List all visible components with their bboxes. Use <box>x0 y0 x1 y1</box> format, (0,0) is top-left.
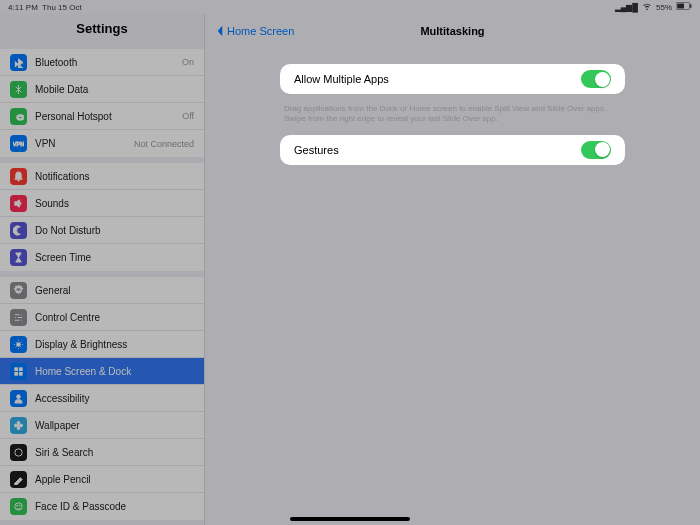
sidebar-item-general[interactable]: General <box>0 277 204 304</box>
sidebar-item-label: Screen Time <box>35 252 91 263</box>
cell-signal-icon: ▂▄▆█ <box>615 3 638 12</box>
bell-icon <box>10 168 27 185</box>
status-date: Thu 15 Oct <box>42 3 82 12</box>
sidebar-item-accessibility[interactable]: Accessibility <box>0 385 204 412</box>
allow-multiple-apps-card: Allow Multiple Apps <box>280 64 625 94</box>
sidebar-item-wallpaper[interactable]: Wallpaper <box>0 412 204 439</box>
sidebar-item-label: VPN <box>35 138 56 149</box>
sidebar-item-vpn[interactable]: VPNVPNNot Connected <box>0 130 204 157</box>
svg-point-12 <box>17 426 20 429</box>
allow-multiple-apps-label: Allow Multiple Apps <box>294 73 389 85</box>
gestures-card: Gestures <box>280 135 625 165</box>
sidebar-item-apple-pencil[interactable]: Apple Pencil <box>0 466 204 493</box>
sidebar-item-bluetooth[interactable]: BluetoothOn <box>0 49 204 76</box>
sidebar-section: GeneralControl CentreDisplay & Brightnes… <box>0 277 204 520</box>
allow-multiple-apps-toggle[interactable] <box>581 70 611 88</box>
status-bar: 4:11 PM Thu 15 Oct ▂▄▆█ 55% <box>0 0 700 14</box>
page-title: Multitasking <box>420 25 484 37</box>
sidebar-item-label: Face ID & Passcode <box>35 501 126 512</box>
gestures-label: Gestures <box>294 144 339 156</box>
sidebar-item-label: Do Not Disturb <box>35 225 101 236</box>
sidebar-item-label: Home Screen & Dock <box>35 366 131 377</box>
sidebar-item-display-brightness[interactable]: Display & Brightness <box>0 331 204 358</box>
pencil-icon <box>10 471 27 488</box>
antenna-icon <box>10 81 27 98</box>
sidebar-item-mobile-data[interactable]: Mobile Data <box>0 76 204 103</box>
sidebar-item-value: Not Connected <box>134 139 194 149</box>
sidebar-item-home-screen-dock[interactable]: Home Screen & Dock <box>0 358 204 385</box>
vpn-icon: VPN <box>10 135 27 152</box>
svg-point-15 <box>15 448 22 455</box>
grid-icon <box>10 363 27 380</box>
sidebar-item-value: Off <box>182 111 194 121</box>
sidebar-item-label: Accessibility <box>35 393 89 404</box>
back-button[interactable]: Home Screen <box>215 25 294 37</box>
sidebar-item-screen-time[interactable]: Screen Time <box>0 244 204 271</box>
svg-rect-7 <box>15 372 18 375</box>
sidebar-item-personal-hotspot[interactable]: Personal HotspotOff <box>0 103 204 130</box>
svg-point-14 <box>20 424 23 427</box>
svg-point-9 <box>17 394 21 398</box>
person-icon <box>10 390 27 407</box>
sidebar-item-label: Control Centre <box>35 312 100 323</box>
detail-pane: Home Screen Multitasking Allow Multiple … <box>205 14 700 525</box>
svg-rect-5 <box>15 367 18 370</box>
sidebar-item-label: General <box>35 285 71 296</box>
allow-multiple-apps-help: Drag applications from the Dock or Home … <box>280 100 625 135</box>
face-icon <box>10 498 27 515</box>
flower-icon <box>10 417 27 434</box>
sidebar-item-sounds[interactable]: Sounds <box>0 190 204 217</box>
svg-point-17 <box>17 505 18 506</box>
svg-point-11 <box>17 421 20 424</box>
sidebar-item-label: Siri & Search <box>35 447 93 458</box>
sidebar-item-face-id-passcode[interactable]: Face ID & Passcode <box>0 493 204 520</box>
sidebar-item-label: Display & Brightness <box>35 339 127 350</box>
sidebar-item-label: Apple Pencil <box>35 474 91 485</box>
settings-sidebar[interactable]: Settings BluetoothOnMobile DataPersonal … <box>0 14 205 525</box>
moon-icon <box>10 222 27 239</box>
svg-rect-6 <box>19 367 22 370</box>
nav-bar: Home Screen Multitasking <box>205 14 700 48</box>
gear-icon <box>10 282 27 299</box>
hourglass-icon <box>10 249 27 266</box>
switches-icon <box>10 309 27 326</box>
sidebar-item-notifications[interactable]: Notifications <box>0 163 204 190</box>
battery-icon <box>676 2 692 12</box>
sidebar-item-siri-search[interactable]: Siri & Search <box>0 439 204 466</box>
sidebar-item-label: Mobile Data <box>35 84 88 95</box>
siri-icon <box>10 444 27 461</box>
sidebar-title: Settings <box>0 14 204 43</box>
svg-rect-2 <box>690 4 691 8</box>
sidebar-item-value: On <box>182 57 194 67</box>
svg-text:VPN: VPN <box>13 141 24 147</box>
back-label: Home Screen <box>227 25 294 37</box>
sidebar-item-do-not-disturb[interactable]: Do Not Disturb <box>0 217 204 244</box>
status-time: 4:11 PM <box>8 3 38 12</box>
sidebar-item-label: Sounds <box>35 198 69 209</box>
chevron-left-icon <box>215 25 225 37</box>
gestures-toggle[interactable] <box>581 141 611 159</box>
svg-rect-8 <box>19 372 22 375</box>
wifi-icon <box>642 1 652 13</box>
battery-pct: 55% <box>656 3 672 12</box>
svg-point-18 <box>19 505 20 506</box>
sidebar-section: BluetoothOnMobile DataPersonal HotspotOf… <box>0 49 204 157</box>
sidebar-section: NotificationsSoundsDo Not DisturbScreen … <box>0 163 204 271</box>
svg-point-13 <box>14 424 17 427</box>
bluetooth-icon <box>10 54 27 71</box>
home-indicator[interactable] <box>290 517 410 521</box>
sidebar-item-label: Bluetooth <box>35 57 77 68</box>
speaker-icon <box>10 195 27 212</box>
sun-icon <box>10 336 27 353</box>
svg-rect-1 <box>677 4 684 9</box>
sidebar-item-label: Wallpaper <box>35 420 80 431</box>
sidebar-item-control-centre[interactable]: Control Centre <box>0 304 204 331</box>
sidebar-item-label: Notifications <box>35 171 89 182</box>
link-icon <box>10 108 27 125</box>
sidebar-item-label: Personal Hotspot <box>35 111 112 122</box>
svg-point-4 <box>17 342 21 346</box>
